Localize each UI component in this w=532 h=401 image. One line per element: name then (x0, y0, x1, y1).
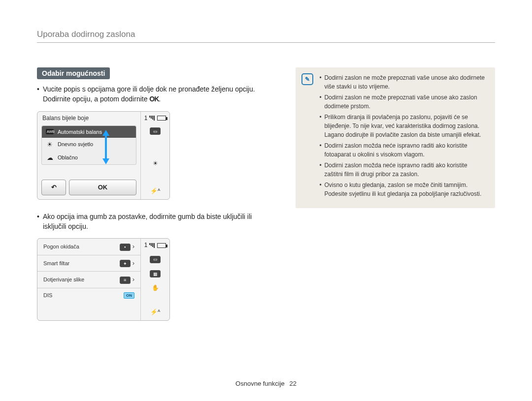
camera-screen-mock-2: Pogon okidača ▪› Smart filtar ✦› Dotjeri… (37, 238, 170, 321)
wb-icon: ☀ (153, 160, 158, 167)
page-footer: Osnovne funkcije 22 (0, 380, 532, 387)
cloud-icon: ☁ (46, 154, 54, 161)
battery-icon (157, 243, 166, 248)
mock2-sidebar: 1 ▭ ▦ ✋ ⚡ᴬ (141, 239, 169, 320)
info-item: Ovisno o kutu gledanja, zaslon se može č… (319, 181, 487, 198)
mock1-title: Balans bijele boje (37, 112, 140, 123)
paragraph-2-text: Ako opcija ima gumb za postavke, dodirni… (43, 213, 252, 230)
left-column: Odabir mogućnosti • Vucite popis s opcij… (37, 67, 268, 321)
back-button[interactable]: ↶ (41, 180, 66, 195)
mock1-left: Balans bijele boje AWB Automatski balans… (37, 112, 141, 199)
info-icon: ✎ (301, 73, 313, 85)
settings-row-value: ≡› (120, 276, 134, 284)
settings-row-value: ▪› (120, 243, 134, 251)
filter-icon: ✦ (120, 260, 131, 267)
list-item[interactable]: ☁ Oblačno (42, 151, 136, 164)
mock2-left: Pogon okidača ▪› Smart filtar ✦› Dotjeri… (37, 239, 141, 320)
shot-count-row: 1 (144, 242, 166, 248)
right-column: ✎ Dodirni zaslon ne može prepoznati vaše… (296, 67, 495, 321)
content-columns: Odabir mogućnosti • Vucite popis s opcij… (37, 67, 495, 321)
settings-row-label: DIS (43, 292, 52, 298)
hand-icon: ✋ (152, 284, 159, 291)
signal-icon (149, 116, 155, 121)
info-item: Prilikom diranja ili povlačenja po zaslo… (319, 113, 487, 139)
ok-label: OK (98, 184, 108, 191)
flash-icon: ⚡ᴬ (150, 187, 160, 194)
info-item: Dodirni zaslon možda neće ispravno radit… (319, 141, 487, 159)
list-item[interactable]: ☀ Dnevno svjetlo (42, 138, 136, 151)
settings-row[interactable]: Smart filtar ✦› (37, 255, 140, 272)
signal-icon (149, 243, 155, 248)
ok-button[interactable]: OK (69, 180, 136, 195)
list-item-label: Dnevno svjetlo (58, 141, 93, 147)
shot-count: 1 (144, 115, 148, 122)
quality-icon: ▦ (150, 270, 161, 278)
camera-screen-mock-1: Balans bijele boje AWB Automatski balans… (37, 111, 170, 200)
mock1-button-row: ↶ OK (41, 180, 136, 195)
page-title: Uporaba dodirnog zaslona (37, 30, 495, 43)
page: Uporaba dodirnog zaslona Odabir mogućnos… (0, 0, 532, 401)
settings-row-value: ✦› (120, 259, 134, 268)
bullet-icon: • (37, 84, 39, 94)
info-box: ✎ Dodirni zaslon ne može prepoznati vaše… (296, 67, 495, 208)
shot-count: 1 (144, 242, 148, 248)
chevron-right-icon: › (133, 259, 134, 267)
mock1-sidebar: 1 ▭ ☀ ⚡ᴬ (141, 112, 169, 199)
chevron-right-icon: › (133, 243, 134, 250)
list-item-label: Oblačno (58, 154, 78, 160)
info-list: Dodirni zaslon ne može prepoznati vaše u… (319, 73, 487, 200)
bullet-icon: • (37, 212, 39, 221)
chevron-right-icon: › (133, 276, 134, 283)
adjust-icon: ≡ (120, 277, 131, 284)
list-item-label: Automatski balans (58, 129, 102, 135)
resolution-icon: ▭ (150, 255, 161, 263)
ok-glyph: OK (149, 95, 159, 103)
settings-row-label: Smart filtar (43, 260, 69, 266)
settings-row[interactable]: Pogon okidača ▪› (37, 239, 140, 255)
info-item: Dodirni zaslon ne može prepoznati vaše u… (319, 93, 487, 111)
settings-row-label: Pogon okidača (43, 244, 79, 249)
drive-single-icon: ▪ (120, 244, 131, 251)
settings-row[interactable]: DIS ON (37, 288, 140, 303)
awb-icon: AWB (46, 129, 54, 134)
info-item: Dodirni zaslon možda neće ispravno radit… (319, 161, 487, 179)
paragraph-1-post: . (159, 95, 161, 103)
mock1-list: AWB Automatski balans ☀ Dnevno svjetlo ☁… (41, 125, 136, 165)
back-icon: ↶ (51, 184, 57, 191)
info-item: Dodirni zaslon ne može prepoznati vaše u… (319, 73, 487, 91)
footer-label: Osnovne funkcije (235, 380, 285, 387)
settings-row-label: Dotjerivanje slike (43, 277, 84, 282)
paragraph-2: • Ako opcija ima gumb za postavke, dodir… (37, 212, 268, 232)
battery-icon (157, 116, 166, 121)
flash-icon: ⚡ᴬ (150, 308, 160, 315)
footer-page-number: 22 (289, 380, 296, 387)
resolution-icon: ▭ (150, 127, 161, 135)
list-item[interactable]: AWB Automatski balans (42, 126, 136, 138)
section-pill: Odabir mogućnosti (37, 67, 110, 79)
shot-count-row: 1 (144, 115, 166, 122)
scroll-indicator (100, 130, 111, 164)
sun-icon: ☀ (46, 141, 54, 148)
paragraph-1: • Vucite popis s opcijama gore ili dolje… (37, 84, 268, 104)
settings-row[interactable]: Dotjerivanje slike ≡› (37, 272, 140, 288)
on-toggle[interactable]: ON (124, 292, 134, 299)
